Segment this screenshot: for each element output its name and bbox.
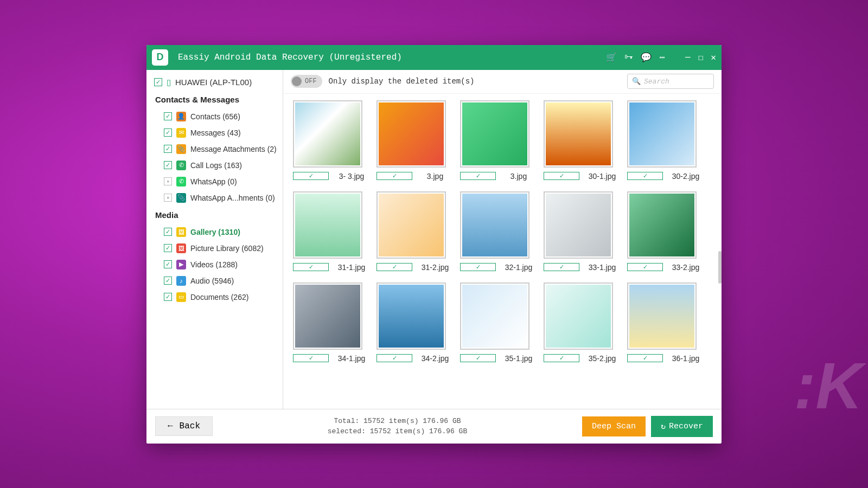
thumbnail-card[interactable]: 31-2.jpg	[376, 191, 452, 272]
search-box[interactable]: 🔍	[627, 74, 714, 89]
sidebar-item[interactable]: 👤Contacts (656)	[154, 108, 277, 125]
watermark: :K	[794, 348, 863, 423]
toggle-label: Only display the deleted item(s)	[329, 77, 475, 86]
thumbnail-image[interactable]	[460, 100, 529, 168]
totals-summary: Total: 15752 item(s) 176.96 GB selected:…	[213, 416, 582, 437]
thumbnail-checkbox[interactable]	[460, 263, 496, 271]
sidebar-item-checkbox[interactable]	[164, 228, 172, 236]
sidebar-item-checkbox[interactable]	[164, 293, 172, 301]
thumbnail-image[interactable]	[544, 191, 613, 259]
sidebar-item-checkbox[interactable]	[164, 194, 172, 202]
thumbnail-image[interactable]	[376, 100, 446, 168]
sidebar-item-checkbox[interactable]	[164, 145, 172, 153]
sidebar-item-icon: ✆	[176, 160, 186, 170]
thumbnail-checkbox[interactable]	[544, 354, 579, 362]
sidebar-item-icon: ✉	[176, 128, 186, 138]
thumbnail-image[interactable]	[376, 282, 446, 350]
scrollbar-thumb[interactable]	[718, 251, 722, 284]
cart-icon[interactable]: 🛒	[606, 52, 617, 63]
thumbnail-card[interactable]: 34-2.jpg	[376, 282, 452, 363]
search-input[interactable]	[644, 78, 709, 86]
sidebar-item-checkbox[interactable]	[164, 260, 172, 268]
thumbnail-card[interactable]: 3- 3.jpg	[293, 100, 369, 181]
key-icon[interactable]: 🗝	[624, 52, 633, 62]
sidebar-item-checkbox[interactable]	[164, 161, 172, 169]
thumbnail-image[interactable]	[460, 282, 529, 350]
deep-scan-button[interactable]: Deep Scan	[582, 416, 646, 436]
thumbnail-image[interactable]	[293, 100, 362, 168]
sidebar-item[interactable]: 🖼Gallery (1310)	[154, 224, 277, 240]
minimize-icon[interactable]: —	[685, 53, 691, 62]
thumbnail-checkbox[interactable]	[460, 172, 496, 180]
thumbnail-image[interactable]	[293, 282, 362, 350]
thumbnail-card[interactable]: 33-1.jpg	[544, 191, 620, 272]
sidebar-item-checkbox[interactable]	[164, 277, 172, 285]
sidebar-item-checkbox[interactable]	[164, 129, 172, 137]
recover-button[interactable]: ↻ Recover	[651, 416, 713, 437]
sidebar-item[interactable]: ✆WhatsApp (0)	[154, 174, 277, 190]
content-pane: OFF Only display the deleted item(s) 🔍 3…	[283, 70, 722, 409]
thumbnail-image[interactable]	[627, 282, 697, 350]
sidebar-item[interactable]: 🖼Picture Library (6082)	[154, 240, 277, 256]
sidebar-item-checkbox[interactable]	[164, 112, 172, 120]
thumbnail-card[interactable]: 32-1.jpg	[460, 191, 536, 272]
titlebar: D Eassiy Android Data Recovery (Unregist…	[146, 45, 722, 70]
sidebar-item-label: Messages (43)	[190, 129, 241, 137]
sidebar-item-checkbox[interactable]	[164, 177, 172, 185]
sidebar-item[interactable]: ✆Call Logs (163)	[154, 157, 277, 174]
thumbnail-checkbox[interactable]	[293, 354, 329, 362]
thumbnail-image[interactable]	[627, 100, 697, 168]
thumbnail-checkbox[interactable]	[293, 263, 329, 271]
thumbnail-card[interactable]: 35-1.jpg	[460, 282, 536, 363]
phone-icon: ▯	[167, 78, 171, 87]
feedback-icon[interactable]: 💬	[641, 52, 652, 63]
thumbnail-filename: 3.jpg	[418, 172, 452, 181]
thumbnail-card[interactable]: 3.jpg	[460, 100, 536, 181]
sidebar-item[interactable]: ✉Messages (43)	[154, 125, 277, 141]
back-button[interactable]: ← Back	[155, 416, 213, 436]
thumbnail-filename: 34-1.jpg	[334, 354, 369, 363]
thumbnail-checkbox[interactable]	[376, 354, 412, 362]
content-toolbar: OFF Only display the deleted item(s) 🔍	[283, 70, 722, 94]
close-icon[interactable]: ✕	[711, 52, 716, 63]
sidebar-item-checkbox[interactable]	[164, 244, 172, 252]
thumbnail-image[interactable]	[544, 100, 613, 168]
thumbnail-checkbox[interactable]	[460, 354, 496, 362]
thumbnail-card[interactable]: 30-2.jpg	[627, 100, 703, 181]
maximize-icon[interactable]: ☐	[698, 52, 704, 63]
menu-icon[interactable]: ⋯	[659, 52, 665, 63]
thumbnail-filename: 30-1.jpg	[585, 172, 620, 181]
deleted-only-toggle[interactable]: OFF	[291, 75, 322, 88]
device-checkbox[interactable]	[154, 78, 162, 86]
thumbnail-checkbox[interactable]	[544, 263, 579, 271]
sidebar-item-icon: 📎	[176, 144, 186, 154]
thumbnail-checkbox[interactable]	[544, 172, 579, 180]
thumbnail-image[interactable]	[627, 191, 697, 259]
thumbnail-image[interactable]	[293, 191, 362, 259]
thumbnail-card[interactable]: 33-2.jpg	[627, 191, 703, 272]
thumbnail-image[interactable]	[376, 191, 446, 259]
thumbnail-checkbox[interactable]	[627, 354, 663, 362]
sidebar-item-label: Documents (262)	[190, 293, 248, 301]
thumbnail-card[interactable]: 34-1.jpg	[293, 282, 369, 363]
thumbnail-checkbox[interactable]	[627, 172, 663, 180]
sidebar-item[interactable]: ▭Documents (262)	[154, 289, 277, 305]
thumbnail-checkbox[interactable]	[293, 172, 329, 180]
thumbnail-image[interactable]	[544, 282, 613, 350]
sidebar-item[interactable]: ▶Videos (1288)	[154, 256, 277, 273]
thumbnail-card[interactable]: 36-1.jpg	[627, 282, 703, 363]
thumbnail-image[interactable]	[460, 191, 529, 259]
thumbnail-checkbox[interactable]	[627, 263, 663, 271]
thumbnail-card[interactable]: 31-1.jpg	[293, 191, 369, 272]
footer: ← Back Total: 15752 item(s) 176.96 GB se…	[146, 409, 722, 444]
thumbnail-card[interactable]: 35-2.jpg	[544, 282, 620, 363]
thumbnail-checkbox[interactable]	[376, 172, 412, 180]
thumbnail-card[interactable]: 30-1.jpg	[544, 100, 620, 181]
sidebar-item[interactable]: 📎Message Attachments (2)	[154, 141, 277, 157]
sidebar-item-icon: 🖼	[176, 243, 186, 253]
sidebar-item[interactable]: 📎WhatsApp A...hments (0)	[154, 190, 277, 206]
sidebar-item[interactable]: ♪Audio (5946)	[154, 273, 277, 289]
thumbnail-card[interactable]: 3.jpg	[376, 100, 452, 181]
device-row[interactable]: ▯ HUAWEI (ALP-TL00)	[154, 78, 277, 87]
thumbnail-checkbox[interactable]	[376, 263, 412, 271]
